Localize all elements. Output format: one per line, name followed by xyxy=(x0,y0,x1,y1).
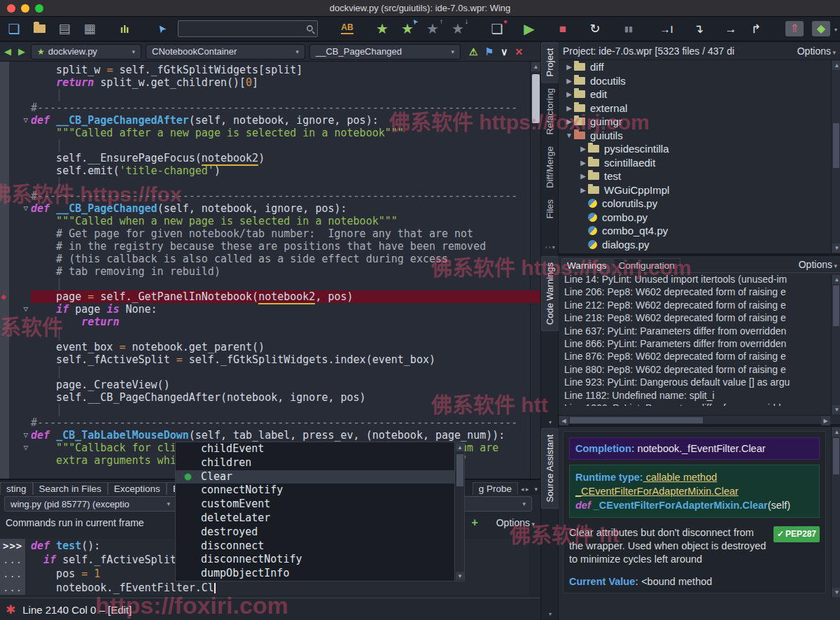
breakpoint-icon[interactable]: ◆ xyxy=(1,290,6,303)
gutter[interactable]: ▽ xyxy=(0,114,31,127)
project-options-button[interactable]: Options xyxy=(797,45,836,57)
debug-stop-icon[interactable]: ■ xyxy=(554,20,571,38)
tree-item-combo-py[interactable]: combo.py xyxy=(559,211,831,225)
step-into-icon[interactable]: →Ι xyxy=(658,20,675,38)
tab-configuration[interactable]: Configuration xyxy=(613,258,680,272)
warning-row[interactable]: Line 1306: PyLint: Parameters differ fro… xyxy=(564,402,831,406)
warning-row[interactable]: Line 1182: Undefined name: split_i xyxy=(564,389,831,402)
fold-icon[interactable]: ▽ xyxy=(23,429,28,442)
gutter[interactable] xyxy=(0,328,31,341)
debug-run-icon[interactable]: ▶ xyxy=(521,20,538,38)
code-editor[interactable]: split_w = self._fGtkSplitWidgets[split] … xyxy=(0,62,540,479)
scroll-up-icon[interactable]: ▲ xyxy=(456,443,464,451)
gutter[interactable] xyxy=(0,454,31,467)
gutter[interactable] xyxy=(0,190,31,202)
gutter[interactable] xyxy=(0,64,31,76)
gutter[interactable] xyxy=(0,240,31,253)
completion-item[interactable]: customEvent xyxy=(176,498,454,512)
step-over-icon[interactable]: ↴ xyxy=(690,20,707,38)
close-icon[interactable]: ✕ xyxy=(514,46,523,57)
warning-row[interactable]: Line 14: PyLint: Unused import itertools… xyxy=(564,273,831,286)
nav-forward-icon[interactable]: ▶ xyxy=(17,46,27,57)
probe-options-button[interactable]: Options xyxy=(496,517,535,528)
bookmark-icon[interactable]: ★ xyxy=(374,20,391,38)
completion-item[interactable]: Clear xyxy=(176,470,454,484)
scroll-left-icon[interactable]: ◀ xyxy=(559,416,568,425)
gutter[interactable] xyxy=(0,89,31,101)
debug-process-dropdown[interactable]: wing.py (pid 85777) (exceptio xyxy=(4,496,176,512)
runtime-type-link[interactable]: callable method xyxy=(643,472,718,483)
breakpoint-file-icon[interactable]: ❏● xyxy=(489,20,505,38)
fold-icon[interactable]: ▽ xyxy=(23,202,28,215)
gutter[interactable] xyxy=(0,164,31,177)
debug-restart-icon[interactable]: ↻ xyxy=(587,20,603,38)
fold-icon[interactable]: ▽ xyxy=(23,114,28,127)
side-tab-files[interactable]: Files xyxy=(542,194,559,224)
scroll-down-icon[interactable]: ▼ xyxy=(832,244,840,253)
chevron-down-icon[interactable]: ∨ xyxy=(500,46,507,57)
gutter[interactable] xyxy=(0,366,31,379)
bookmark-prev-icon[interactable]: ★↑ xyxy=(424,20,441,38)
gutter[interactable] xyxy=(0,152,31,164)
side-tab-source-assistant[interactable]: Source Assistant xyxy=(541,428,559,509)
tree-item-pysidescintilla[interactable]: ▶pysidescintilla xyxy=(559,142,831,156)
tree-item-test[interactable]: ▶test xyxy=(559,169,831,183)
gutter[interactable] xyxy=(0,391,31,404)
preferences-sliders-icon[interactable]: ılı xyxy=(116,20,133,38)
fold-icon[interactable]: ▽ xyxy=(23,442,28,454)
completion-item[interactable]: disconnect xyxy=(176,540,454,554)
completion-item[interactable]: disconnectNotify xyxy=(176,553,454,567)
select-mode-icon[interactable]: ➤ xyxy=(153,20,169,38)
tree-item-docutils[interactable]: ▶docutils xyxy=(559,74,831,88)
bookmark-select-icon[interactable]: ★➤ xyxy=(399,20,416,38)
tree-item-WGuiCppImpl[interactable]: ▶WGuiCppImpl xyxy=(559,183,831,197)
scroll-up-icon[interactable]: ▲ xyxy=(832,428,840,437)
gutter[interactable] xyxy=(0,101,31,114)
fold-icon[interactable]: ▽ xyxy=(23,303,28,316)
scroll-up-icon[interactable]: ▲ xyxy=(832,275,840,284)
gutter[interactable] xyxy=(0,265,31,278)
warning-row[interactable]: Line 866: PyLint: Parameters differ from… xyxy=(564,337,831,350)
completion-item[interactable]: destroyed xyxy=(176,526,454,540)
gutter[interactable] xyxy=(0,341,31,353)
save-all-icon[interactable]: ▦ xyxy=(81,20,98,38)
bottom-tab-debug-probe[interactable]: g Probe xyxy=(472,482,518,495)
gutter[interactable] xyxy=(0,76,31,89)
bookmark-next-icon[interactable]: ★↓ xyxy=(449,20,466,38)
gutter[interactable] xyxy=(0,379,31,391)
save-icon[interactable]: ▤ xyxy=(56,20,73,38)
tree-caret-icon[interactable]: ▼ xyxy=(564,132,574,139)
pin-icon[interactable]: ⚑ xyxy=(485,46,494,57)
warning-row[interactable]: Line 212: Pep8: W602 deprecated form of … xyxy=(564,299,831,311)
bottom-tab-sting[interactable]: sting xyxy=(0,482,33,495)
step-out-icon[interactable]: → xyxy=(722,20,739,38)
warnings-indicator-icon[interactable]: ⚠ xyxy=(469,46,478,57)
pause-icon[interactable]: ▮▮ xyxy=(620,20,637,38)
scrollbar-thumb[interactable] xyxy=(456,454,463,486)
scrollbar-thumb[interactable] xyxy=(833,438,839,474)
run-to-cursor-icon[interactable]: ↱ xyxy=(748,20,764,38)
side-tab-overflow-icon[interactable]: ▾ xyxy=(541,419,559,425)
scroll-down-icon[interactable]: ▼ xyxy=(456,572,464,580)
member-dropdown[interactable]: __CB_PageChanged xyxy=(309,44,461,59)
tree-item-guiutils[interactable]: ▼guiutils xyxy=(559,129,831,143)
assistant-scrollbar[interactable]: ▲ ▼ xyxy=(831,427,840,598)
open-folder-icon[interactable] xyxy=(31,20,48,38)
tree-item-diff[interactable]: ▶diff xyxy=(559,60,831,74)
bottom-tab-search-in-files[interactable]: Search in Files xyxy=(33,482,108,495)
warnings-hscrollbar[interactable]: ◀ ▶ xyxy=(559,415,831,424)
tree-caret-icon[interactable]: ▶ xyxy=(564,63,574,71)
warnings-options-button[interactable]: Options xyxy=(799,259,837,272)
side-tab-refactoring[interactable]: Refactoring xyxy=(542,83,559,140)
scrollbar-thumb[interactable] xyxy=(833,286,839,326)
gutter[interactable] xyxy=(0,127,31,139)
side-tab-overflow-icon[interactable]: ▾ xyxy=(541,611,559,617)
tree-item-colorutils-py[interactable]: colorutils.py xyxy=(559,197,831,211)
tree-caret-icon[interactable]: ▶ xyxy=(578,172,588,180)
tab-menu-icon[interactable]: ▾ xyxy=(531,486,540,495)
file-dropdown[interactable]: ★ dockview.py xyxy=(31,44,141,59)
gutter[interactable]: ▽ xyxy=(0,303,31,316)
side-tab-diff-merge[interactable]: Diff/Merge xyxy=(542,141,559,194)
warning-row[interactable]: Line 880: Pep8: W602 deprecated form of … xyxy=(564,363,831,376)
scroll-right-icon[interactable]: ▶ xyxy=(821,416,830,425)
